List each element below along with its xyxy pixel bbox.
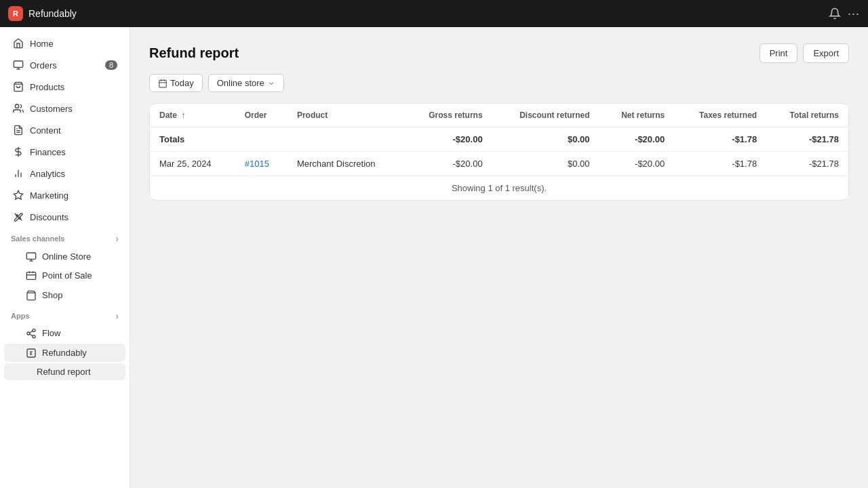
col-discount-returned: Discount returned bbox=[492, 104, 599, 127]
sidebar-item-flow[interactable]: Flow bbox=[4, 325, 125, 343]
sidebar-item-online-store-label: Online Store bbox=[42, 251, 91, 262]
refund-table: Date ↑ Order Product Gross returns Disco… bbox=[150, 104, 848, 200]
svg-rect-17 bbox=[26, 272, 35, 280]
sidebar-item-discounts[interactable]: Discounts bbox=[4, 207, 125, 227]
content-icon bbox=[12, 124, 24, 136]
sidebar-item-orders[interactable]: Orders 8 bbox=[4, 55, 125, 75]
print-button[interactable]: Print bbox=[760, 43, 798, 63]
filter-store-label: Online store bbox=[217, 78, 264, 88]
filters: Today Online store bbox=[149, 74, 849, 92]
row-product: Merchant Discretion bbox=[288, 152, 405, 176]
topbar-right: ··· bbox=[829, 7, 860, 21]
col-product: Product bbox=[288, 104, 405, 127]
marketing-icon bbox=[12, 189, 24, 201]
table-header-row: Date ↑ Order Product Gross returns Disco… bbox=[150, 104, 848, 127]
sidebar-item-refund-report[interactable]: Refund report bbox=[4, 363, 125, 380]
filter-store-button[interactable]: Online store bbox=[208, 74, 284, 92]
col-gross-returns: Gross returns bbox=[405, 104, 492, 127]
refund-table-container: Date ↑ Order Product Gross returns Disco… bbox=[149, 103, 849, 201]
discounts-icon bbox=[12, 211, 24, 223]
sidebar-item-content-label: Content bbox=[30, 125, 61, 136]
row-order: #1015 bbox=[235, 152, 288, 176]
apps-expand-icon[interactable]: › bbox=[115, 310, 119, 321]
svg-point-21 bbox=[27, 332, 30, 335]
main-content: Refund report Print Export Today Online … bbox=[130, 27, 868, 488]
totals-net-returns: -$20.00 bbox=[599, 127, 675, 152]
svg-point-4 bbox=[15, 104, 18, 108]
calendar-icon bbox=[158, 79, 167, 88]
showing-text: Showing 1 of 1 result(s). bbox=[150, 176, 848, 201]
sidebar-item-refund-report-label: Refund report bbox=[37, 367, 91, 377]
filter-today-label: Today bbox=[170, 78, 194, 88]
page-header: Refund report Print Export bbox=[149, 43, 849, 63]
col-net-returns: Net returns bbox=[599, 104, 675, 127]
totals-row: Totals -$20.00 $0.00 -$20.00 -$1.78 -$21… bbox=[150, 127, 848, 152]
more-icon[interactable]: ··· bbox=[848, 7, 860, 21]
row-total-returns: -$21.78 bbox=[766, 152, 848, 176]
col-date-label: Date bbox=[159, 110, 177, 120]
sidebar-item-refundably[interactable]: Refundably bbox=[4, 344, 125, 362]
sidebar-item-analytics[interactable]: Analytics bbox=[4, 163, 125, 184]
col-taxes-returned: Taxes returned bbox=[674, 104, 766, 127]
finances-icon bbox=[12, 146, 24, 158]
sidebar-item-shop-label: Shop bbox=[42, 290, 62, 300]
shop-icon bbox=[26, 289, 37, 301]
svg-rect-0 bbox=[14, 61, 22, 67]
layout: Home Orders 8 Products Customers C bbox=[0, 27, 868, 488]
sales-channels-section: Sales channels › bbox=[0, 228, 130, 247]
svg-line-23 bbox=[30, 334, 33, 336]
sidebar-item-finances-label: Finances bbox=[30, 147, 66, 157]
sidebar-item-analytics-label: Analytics bbox=[30, 169, 65, 179]
customers-icon bbox=[12, 102, 24, 115]
sidebar-item-finances[interactable]: Finances bbox=[4, 142, 125, 162]
sidebar-item-marketing-label: Marketing bbox=[30, 190, 68, 201]
home-icon bbox=[12, 37, 24, 49]
pos-icon bbox=[26, 270, 37, 282]
sales-channels-label: Sales channels bbox=[11, 235, 65, 243]
sidebar-item-customers[interactable]: Customers bbox=[4, 98, 125, 119]
chevron-down-icon bbox=[267, 79, 275, 87]
sidebar-item-marketing[interactable]: Marketing bbox=[4, 185, 125, 205]
online-store-icon bbox=[26, 251, 37, 262]
export-button[interactable]: Export bbox=[803, 43, 849, 63]
filter-today-button[interactable]: Today bbox=[149, 74, 203, 92]
svg-point-20 bbox=[33, 329, 35, 332]
sidebar-item-home[interactable]: Home bbox=[4, 33, 125, 54]
col-date[interactable]: Date ↑ bbox=[150, 104, 235, 127]
table-row: Mar 25, 2024 #1015 Merchant Discretion -… bbox=[150, 152, 848, 176]
sales-channels-expand-icon[interactable]: › bbox=[115, 233, 119, 244]
orders-icon bbox=[12, 59, 24, 71]
products-icon bbox=[12, 81, 24, 93]
svg-point-22 bbox=[33, 336, 35, 338]
apps-section: Apps › bbox=[0, 305, 130, 324]
sidebar-item-shop[interactable]: Shop bbox=[4, 286, 125, 304]
totals-discount-returned: $0.00 bbox=[492, 127, 599, 152]
flow-icon bbox=[26, 328, 37, 340]
sidebar-item-products[interactable]: Products bbox=[4, 77, 125, 97]
bell-icon[interactable] bbox=[829, 7, 841, 20]
totals-gross-returns: -$20.00 bbox=[405, 127, 492, 152]
sidebar-item-products-label: Products bbox=[30, 82, 64, 92]
sidebar-item-customers-label: Customers bbox=[30, 104, 73, 114]
col-total-returns: Total returns bbox=[766, 104, 848, 127]
refundably-icon bbox=[26, 347, 37, 359]
svg-line-24 bbox=[30, 331, 33, 333]
page-title: Refund report bbox=[149, 45, 239, 61]
sidebar-item-content[interactable]: Content bbox=[4, 120, 125, 140]
sidebar-item-point-of-sale[interactable]: Point of Sale bbox=[4, 267, 125, 285]
row-net-returns: -$20.00 bbox=[599, 152, 675, 176]
sidebar: Home Orders 8 Products Customers C bbox=[0, 27, 130, 488]
row-date: Mar 25, 2024 bbox=[150, 152, 235, 176]
row-order-link[interactable]: #1015 bbox=[245, 159, 269, 169]
orders-badge: 8 bbox=[105, 60, 117, 70]
page-actions: Print Export bbox=[760, 43, 849, 63]
col-order: Order bbox=[235, 104, 288, 127]
totals-total-returns: -$21.78 bbox=[766, 127, 848, 152]
sidebar-item-online-store[interactable]: Online Store bbox=[4, 247, 125, 266]
svg-rect-14 bbox=[26, 253, 35, 259]
sidebar-item-flow-label: Flow bbox=[42, 328, 60, 338]
sidebar-item-pos-label: Point of Sale bbox=[42, 270, 92, 281]
sidebar-item-discounts-label: Discounts bbox=[30, 212, 68, 222]
totals-label: Totals bbox=[150, 127, 405, 152]
row-gross-returns: -$20.00 bbox=[405, 152, 492, 176]
